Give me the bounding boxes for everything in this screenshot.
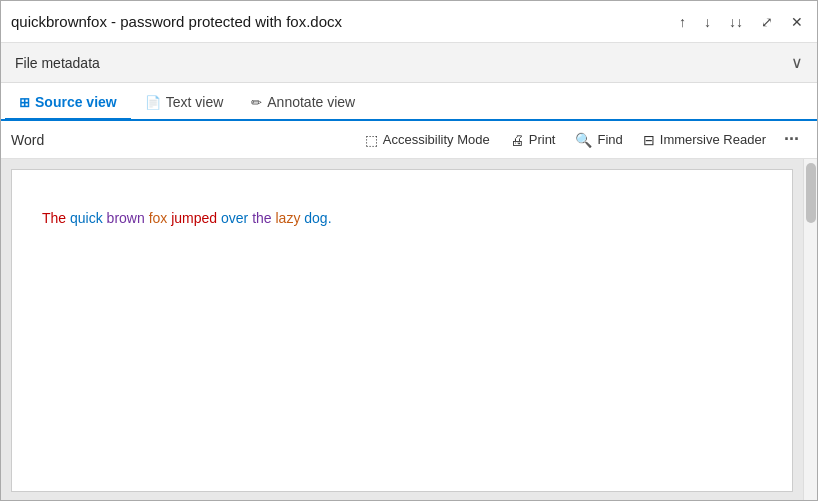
word-dog: dog [304,210,327,226]
close-button[interactable]: ✕ [787,12,807,32]
word-lazy: lazy [276,210,305,226]
window-controls: ↑ ↓ ↓↓ ⤢ ✕ [675,12,807,32]
word-over: over [221,210,252,226]
toolbar: Word ⬚ Accessibility Mode 🖨 Print 🔍 Find… [1,121,817,159]
immersive-reader-icon: ⊟ [643,132,655,148]
source-view-icon: ⊞ [19,95,30,110]
document-container: The quick brown fox jumped over the lazy… [1,159,803,501]
word-jumped: jumped [171,210,221,226]
annotate-view-icon: ✏ [251,95,262,110]
immersive-reader-button[interactable]: ⊟ Immersive Reader [633,127,776,153]
toolbar-word-label: Word [11,132,44,148]
tab-text-label: Text view [166,94,224,110]
word-quick: quick [70,210,107,226]
print-label: Print [529,132,556,147]
document-page: The quick brown fox jumped over the lazy… [11,169,793,492]
accessibility-mode-label: Accessibility Mode [383,132,490,147]
accessibility-mode-button[interactable]: ⬚ Accessibility Mode [355,127,500,153]
expand-button[interactable]: ⤢ [757,12,777,32]
find-label: Find [597,132,622,147]
download-button[interactable]: ↓↓ [725,12,747,32]
text-view-icon: 📄 [145,95,161,110]
immersive-reader-label: Immersive Reader [660,132,766,147]
word-the1: The [42,210,70,226]
search-icon: 🔍 [575,132,592,148]
tab-text-view[interactable]: 📄 Text view [131,86,238,121]
tab-annotate-label: Annotate view [267,94,355,110]
find-button[interactable]: 🔍 Find [565,127,632,153]
title-bar: quickbrownfox - password protected with … [1,1,817,43]
word-fox: fox [149,210,172,226]
scroll-up-button[interactable]: ↑ [675,12,690,32]
print-button[interactable]: 🖨 Print [500,127,566,153]
metadata-bar[interactable]: File metadata ∨ [1,43,817,83]
scroll-down-button[interactable]: ↓ [700,12,715,32]
tab-bar: ⊞ Source view 📄 Text view ✏ Annotate vie… [1,83,817,121]
chevron-down-icon[interactable]: ∨ [791,53,803,72]
tab-annotate-view[interactable]: ✏ Annotate view [237,86,369,121]
content-area: The quick brown fox jumped over the lazy… [1,159,817,501]
accessibility-icon: ⬚ [365,132,378,148]
print-icon: 🖨 [510,132,524,148]
scrollbar[interactable] [803,159,817,501]
word-period: . [328,210,332,226]
window-title: quickbrownfox - password protected with … [11,13,675,30]
metadata-label: File metadata [15,55,100,71]
word-brown: brown [107,210,149,226]
tab-source-view[interactable]: ⊞ Source view [5,86,131,121]
more-options-button[interactable]: ··· [776,125,807,154]
word-the2: the [252,210,275,226]
scrollbar-thumb[interactable] [806,163,816,223]
document-text: The quick brown fox jumped over the lazy… [42,210,762,226]
tab-source-label: Source view [35,94,117,110]
